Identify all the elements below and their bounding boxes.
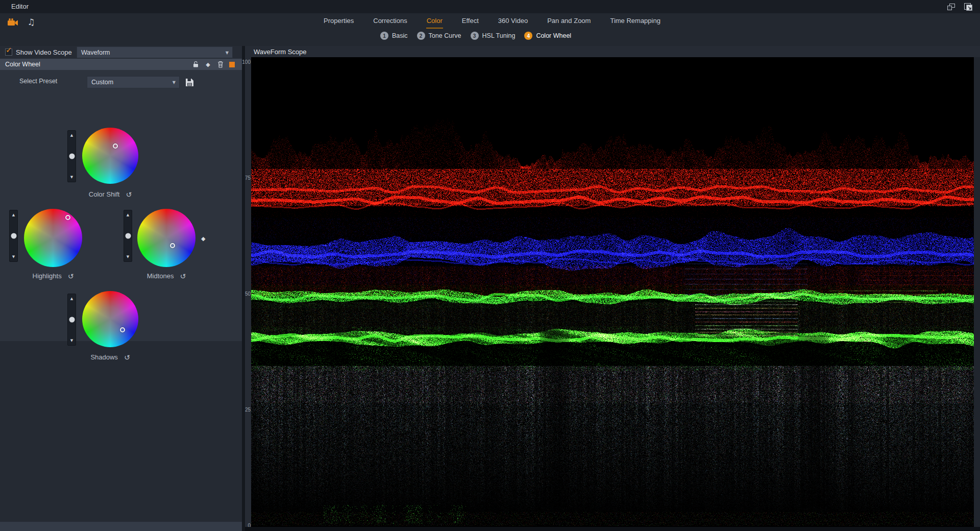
slider-down-icon[interactable]: ▼ xyxy=(68,175,76,179)
subtab-label: HSL Tuning xyxy=(482,32,516,39)
slider-thumb[interactable] xyxy=(125,233,131,239)
color-shift-indicator[interactable] xyxy=(113,143,118,149)
color-wheel-panel: ✓ Show Video Scope Waveform ▼ Color Whee… xyxy=(0,46,242,531)
scope-y-axis: 1007550250 xyxy=(245,57,251,531)
slider-thumb[interactable] xyxy=(69,317,75,323)
section-header-icons: ◆ xyxy=(192,59,235,70)
horizontal-scrollbar[interactable] xyxy=(0,522,242,531)
scope-type-value: Waveform xyxy=(81,49,110,56)
highlights-indicator[interactable] xyxy=(65,215,70,220)
reset-icon[interactable]: ↺ xyxy=(124,354,130,361)
media-tool-icons: ♫ xyxy=(7,16,37,28)
subtab-label: Tone Curve xyxy=(429,32,461,39)
slider-up-icon[interactable]: ▲ xyxy=(68,297,76,301)
preset-dropdown[interactable]: Custom ▼ xyxy=(87,76,180,88)
slider-up-icon[interactable]: ▲ xyxy=(68,133,76,137)
subtab-basic[interactable]: 1 Basic xyxy=(380,32,408,40)
waveform-scope-header[interactable]: WaveForm Scope xyxy=(245,46,980,57)
shadows-indicator[interactable] xyxy=(120,327,125,332)
wheel-label: Highlights xyxy=(33,272,62,280)
waveform-scope-panel: WaveForm Scope 1007550250 xyxy=(245,46,980,531)
highlights-wheel[interactable] xyxy=(24,209,82,267)
subtab-color-wheel[interactable]: 4 Color Wheel xyxy=(524,32,571,40)
lock-icon[interactable] xyxy=(192,61,199,68)
subtab-tone-curve[interactable]: 2 Tone Curve xyxy=(417,32,461,40)
subtab-number-badge: 2 xyxy=(417,32,425,40)
tab-color[interactable]: Color xyxy=(426,15,443,29)
restore-window-icon[interactable] xyxy=(946,3,955,11)
window-title: Editor xyxy=(11,3,29,10)
show-video-scope-label: Show Video Scope xyxy=(16,49,72,56)
music-note-icon[interactable]: ♫ xyxy=(26,16,37,28)
save-preset-button[interactable] xyxy=(184,77,194,87)
scope-bottom-edge xyxy=(245,527,980,531)
slider-thumb[interactable] xyxy=(11,233,16,239)
highlights-brightness-slider[interactable]: ▲ ▼ xyxy=(9,210,18,262)
axis-tick-label: 25 xyxy=(245,406,251,414)
keyframe-diamond-icon[interactable]: ◆ xyxy=(205,61,211,68)
midtones-keyframe-icon[interactable]: ◆ xyxy=(201,235,205,242)
window-controls xyxy=(946,3,973,11)
tab-properties[interactable]: Properties xyxy=(323,15,354,29)
subtab-hsl-tuning[interactable]: 3 HSL Tuning xyxy=(471,32,516,40)
slider-up-icon[interactable]: ▲ xyxy=(10,213,17,217)
video-scope-row: ✓ Show Video Scope Waveform ▼ xyxy=(0,46,242,59)
tab-effect[interactable]: Effect xyxy=(461,15,479,29)
color-shift-label-row: Color Shift ↺ xyxy=(67,190,154,198)
slider-down-icon[interactable]: ▼ xyxy=(10,255,17,259)
subtab-label: Color Wheel xyxy=(536,32,571,39)
tab-360-video[interactable]: 360 Video xyxy=(498,15,528,29)
midtones-wheel[interactable] xyxy=(137,209,195,267)
scope-type-dropdown[interactable]: Waveform ▼ xyxy=(77,46,233,58)
subtab-number-badge: 3 xyxy=(471,32,479,40)
wheel-label: Midtones xyxy=(147,272,174,280)
wheel-label: Color Shift xyxy=(89,190,120,198)
axis-tick-label: 50 xyxy=(245,291,251,298)
tab-pan-and-zoom[interactable]: Pan and Zoom xyxy=(547,15,591,29)
title-bar: Editor xyxy=(0,0,980,13)
section-title: Color Wheel xyxy=(5,61,40,68)
highlights-label-row: Highlights ↺ xyxy=(10,272,96,280)
subtab-label: Basic xyxy=(392,32,408,39)
waveform-scope-body: 1007550250 xyxy=(245,57,980,531)
midtones-brightness-slider[interactable]: ▲ ▼ xyxy=(124,210,132,262)
midtones-label-row: Midtones ↺ xyxy=(123,272,210,280)
shadows-wheel[interactable] xyxy=(82,291,138,347)
reset-icon[interactable]: ↺ xyxy=(180,273,186,280)
waveform-scope-display xyxy=(251,57,974,527)
tab-corrections[interactable]: Corrections xyxy=(373,15,407,29)
subtab-number-badge: 1 xyxy=(380,32,388,40)
tab-time-remapping[interactable]: Time Remapping xyxy=(609,15,661,29)
preset-value: Custom xyxy=(91,79,113,86)
color-wheel-content: Select Preset Custom ▼ ▲ ▼ Color Shift xyxy=(0,70,242,341)
video-camera-icon[interactable] xyxy=(7,16,18,28)
shadows-brightness-slider[interactable]: ▲ ▼ xyxy=(67,294,76,346)
dock-panels-icon[interactable] xyxy=(964,3,973,11)
color-shift-wheel[interactable] xyxy=(82,128,138,184)
color-shift-brightness-slider[interactable]: ▲ ▼ xyxy=(67,130,76,182)
shadows-label-row: Shadows ↺ xyxy=(67,353,154,361)
axis-tick-label: 100 xyxy=(242,59,251,66)
chevron-down-icon: ▼ xyxy=(226,50,229,55)
midtones-indicator[interactable] xyxy=(170,243,175,248)
axis-tick-label: 75 xyxy=(245,175,251,182)
reset-icon[interactable]: ↺ xyxy=(68,273,74,280)
select-preset-label: Select Preset xyxy=(19,78,57,85)
color-subtab-bar: 1 Basic 2 Tone Curve 3 HSL Tuning 4 Colo… xyxy=(380,32,571,40)
color-wheel-section-header[interactable]: Color Wheel ◆ xyxy=(0,59,242,70)
panel-color-tag[interactable] xyxy=(229,62,235,67)
reset-icon[interactable]: ↺ xyxy=(126,191,132,198)
trash-icon[interactable] xyxy=(217,61,224,68)
checkmark-icon: ✓ xyxy=(6,45,12,55)
tab-bar: Properties Corrections Color Effect 360 … xyxy=(323,15,661,29)
slider-down-icon[interactable]: ▼ xyxy=(68,339,76,343)
subtab-number-badge: 4 xyxy=(524,32,532,40)
top-bar: ♫ Properties Corrections Color Effect 36… xyxy=(0,13,980,46)
editor-window: Editor ♫ Properties Corrections Color Ef… xyxy=(0,0,980,531)
slider-up-icon[interactable]: ▲ xyxy=(124,213,132,217)
show-video-scope-checkbox[interactable]: ✓ xyxy=(5,49,12,56)
slider-thumb[interactable] xyxy=(69,154,75,159)
slider-down-icon[interactable]: ▼ xyxy=(124,255,132,259)
waveform-scope-title: WaveForm Scope xyxy=(254,48,307,56)
wheel-label: Shadows xyxy=(90,353,117,361)
